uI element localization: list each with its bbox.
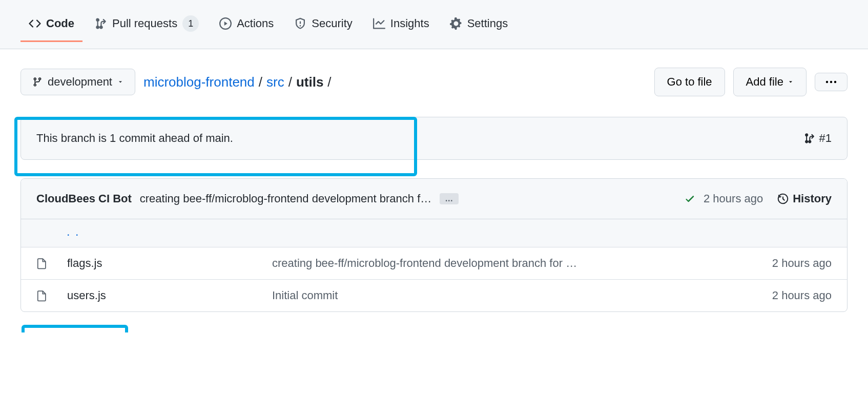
breadcrumb-trailing: / [327,74,331,90]
expand-commit-button[interactable]: … [440,193,459,204]
file-commit-msg[interactable]: Initial commit [272,289,719,302]
breadcrumb-sep: / [259,74,262,90]
file-row[interactable]: flags.js creating bee-ff/microblog-front… [21,247,847,280]
file-commit-msg[interactable]: creating bee-ff/microblog-frontend devel… [272,257,719,270]
tab-security[interactable]: Security [286,7,360,42]
parent-dots: . . [67,228,832,238]
compare-link[interactable]: #1 [804,132,832,145]
pr-number: #1 [819,132,832,145]
chevron-down-icon [788,79,794,85]
tab-label: Code [46,17,74,30]
history-icon [777,193,789,204]
more-actions-button[interactable] [815,73,848,91]
latest-commit-row: CloudBees CI Bot creating bee-ff/microbl… [21,179,847,219]
toolbar-row: development microblog-frontend / src / u… [20,68,848,96]
breadcrumb-sep: / [288,74,292,90]
tab-pull-requests[interactable]: Pull requests 1 [87,5,207,44]
file-row[interactable]: users.js Initial commit 2 hours ago [21,280,847,311]
commit-author[interactable]: CloudBees CI Bot [36,192,132,205]
play-icon [219,17,232,30]
content: development microblog-frontend / src / u… [0,49,868,332]
commit-time: 2 hours ago [704,192,763,205]
tab-settings[interactable]: Settings [442,7,516,42]
files-panel: CloudBees CI Bot creating bee-ff/microbl… [20,178,848,312]
breadcrumb-repo[interactable]: microblog-frontend [143,74,255,90]
annotation-highlight [22,325,128,332]
branch-ahead-banner: This branch is 1 commit ahead of main. #… [20,117,848,160]
file-time: 2 hours ago [719,257,832,270]
add-file-button[interactable]: Add file [733,68,807,96]
file-time: 2 hours ago [719,289,832,302]
git-branch-icon [32,77,43,87]
tab-label: Pull requests [112,17,177,30]
path-breadcrumbs: microblog-frontend / src / utils / [143,74,334,90]
history-link[interactable]: History [777,192,832,205]
shield-icon [294,17,306,30]
tab-label: Settings [467,17,508,30]
check-icon[interactable] [684,193,695,204]
repo-nav: Code Pull requests 1 Actions Security In… [0,0,868,49]
tab-label: Insights [390,17,429,30]
go-to-file-button[interactable]: Go to file [654,68,725,96]
add-file-label: Add file [746,75,783,89]
kebab-icon [825,80,837,84]
tab-code[interactable]: Code [20,7,82,42]
branch-selector[interactable]: development [20,69,135,95]
breadcrumb-src[interactable]: src [266,74,284,90]
file-name[interactable]: users.js [67,289,272,302]
svg-point-1 [830,81,832,83]
file-name[interactable]: flags.js [67,257,272,270]
git-pull-request-icon [95,17,107,30]
tab-actions[interactable]: Actions [211,7,282,42]
commit-message[interactable]: creating bee-ff/microblog-frontend devel… [140,192,431,205]
file-icon [36,257,67,270]
tab-insights[interactable]: Insights [365,7,438,42]
gear-icon [450,17,462,30]
parent-dir-row[interactable]: . . [21,219,847,247]
branch-name: development [48,75,112,89]
svg-point-0 [826,81,828,83]
tab-label: Security [312,17,352,30]
breadcrumb-current: utils [296,74,323,90]
tab-label: Actions [237,17,274,30]
file-icon [36,289,67,302]
ahead-text: This branch is 1 commit ahead of main. [36,132,233,145]
chevron-down-icon [117,79,123,85]
history-label: History [793,192,832,205]
graph-icon [373,17,385,30]
git-pull-request-icon [804,133,815,144]
pr-count-badge: 1 [182,15,199,32]
code-icon [29,17,41,30]
svg-point-2 [834,81,836,83]
